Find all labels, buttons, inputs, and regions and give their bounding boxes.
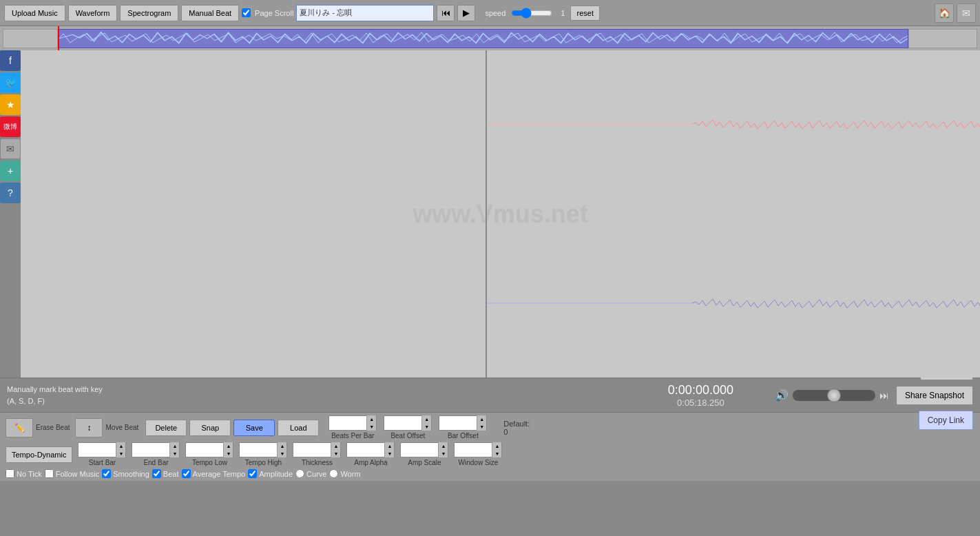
beat-checkbox[interactable] [152, 469, 161, 478]
amp-alpha-spin[interactable]: ▲ ▼ [346, 442, 395, 457]
window-size-spin[interactable]: ▲ ▼ [454, 442, 502, 457]
tempo-high-spin[interactable]: ▲ ▼ [239, 442, 287, 457]
end-bar-up[interactable]: ▲ [169, 442, 179, 450]
tempo-high-down[interactable]: ▼ [277, 450, 286, 457]
end-bar-input[interactable] [132, 443, 169, 457]
worm-radio[interactable] [329, 469, 338, 478]
song-title-input[interactable] [296, 5, 434, 21]
thickness-spin[interactable]: ▲ ▼ [293, 442, 341, 457]
wave-track-2 [486, 295, 980, 312]
erase-beat-icon-btn[interactable]: ✏️ [6, 418, 33, 437]
start-bar-input[interactable] [79, 443, 116, 457]
start-bar-down[interactable]: ▼ [116, 450, 125, 457]
play-button[interactable]: ▶ [457, 5, 475, 21]
tempo-dynamic-button[interactable]: Tempo-Dynamic [6, 446, 72, 463]
add-button[interactable]: + [0, 161, 21, 181]
follow-music-checkbox[interactable] [45, 469, 54, 478]
amp-scale-group: ▲ ▼ Amp Scale [400, 442, 448, 466]
bar-offset-up[interactable]: ▲ [477, 415, 486, 423]
end-bar-arrows: ▲ ▼ [169, 442, 179, 457]
bar-offset-spin[interactable]: ▲ ▼ [439, 415, 487, 431]
weibo-button[interactable]: 微博 [0, 116, 21, 137]
volume-section: 🔊 ⏭ [775, 389, 889, 402]
bar-offset-down[interactable]: ▼ [477, 423, 486, 431]
amp-scale-spin[interactable]: ▲ ▼ [400, 442, 448, 457]
window-size-input[interactable] [455, 443, 492, 457]
amp-scale-up[interactable]: ▲ [438, 442, 448, 450]
no-tick-group: No Tick [6, 469, 42, 478]
start-bar-up[interactable]: ▲ [116, 442, 125, 450]
beat-offset-up[interactable]: ▲ [421, 415, 431, 423]
end-bar-spin[interactable]: ▲ ▼ [132, 442, 180, 457]
spectrogram-button[interactable]: Spectrogram [120, 5, 178, 21]
speed-label: speed [485, 9, 505, 17]
overview-waveform[interactable] [58, 29, 908, 48]
thickness-input[interactable] [293, 443, 331, 457]
end-bar-down[interactable]: ▼ [169, 450, 179, 457]
waveform-button[interactable]: Waveform [68, 5, 118, 21]
load-button[interactable]: Load [278, 420, 319, 436]
beats-per-bar-spin[interactable]: ▲ ▼ [329, 415, 377, 431]
tempo-high-up[interactable]: ▲ [277, 442, 286, 450]
waveform-main[interactable]: www.Vmus.net [21, 50, 980, 378]
beats-per-bar-up[interactable]: ▲ [366, 415, 376, 423]
tempo-low-up[interactable]: ▲ [223, 442, 233, 450]
amp-alpha-up[interactable]: ▲ [384, 442, 394, 450]
tempo-high-input[interactable] [240, 443, 277, 457]
message-button[interactable]: ✉ [957, 3, 976, 23]
amp-scale-down[interactable]: ▼ [438, 450, 448, 457]
beats-per-bar-down[interactable]: ▼ [366, 423, 376, 431]
thickness-up[interactable]: ▲ [331, 442, 340, 450]
share-snapshot-button[interactable]: Share Snapshot [896, 386, 973, 405]
amplitude-checkbox[interactable] [248, 469, 257, 478]
start-bar-label: Start Bar [78, 459, 126, 466]
manual-beat-button[interactable]: Manual Beat [181, 5, 239, 21]
thickness-arrows: ▲ ▼ [331, 442, 340, 457]
volume-slider[interactable] [793, 390, 875, 401]
tempo-low-spin[interactable]: ▲ ▼ [185, 442, 233, 457]
playhead-marker [58, 26, 59, 50]
help-button[interactable]: ? [0, 183, 21, 203]
page-scroll-label: Page Scroll [255, 9, 293, 17]
beats-per-bar-input[interactable] [329, 416, 366, 430]
beat-offset-spin[interactable]: ▲ ▼ [384, 415, 432, 431]
window-size-up[interactable]: ▲ [492, 442, 501, 450]
rewind-button[interactable]: ⏮ [437, 5, 455, 21]
delete-button[interactable]: Delete [145, 420, 187, 436]
tempo-high-group: ▲ ▼ Tempo High [239, 442, 287, 466]
upload-music-button[interactable]: Upload Music [4, 5, 65, 21]
favorites-button[interactable]: ★ [0, 94, 21, 115]
copy-link-button[interactable]: Copy Link [919, 411, 973, 430]
start-bar-spin[interactable]: ▲ ▼ [78, 442, 126, 457]
svg-rect-0 [59, 30, 908, 48]
beat-offset-down[interactable]: ▼ [421, 423, 431, 431]
volume-knob[interactable] [827, 389, 841, 402]
facebook-button[interactable]: f [0, 50, 21, 71]
tempo-low-label: Tempo Low [185, 459, 233, 466]
smoothing-checkbox[interactable] [102, 469, 111, 478]
email-button[interactable]: ✉ [0, 138, 21, 159]
snap-button[interactable]: Snap [189, 420, 231, 436]
twitter-button[interactable]: 🐦 [0, 72, 21, 93]
speed-slider[interactable] [511, 8, 552, 19]
amp-alpha-down[interactable]: ▼ [384, 450, 394, 457]
move-beat-icon-btn[interactable]: ↕️ [75, 418, 103, 437]
amp-scale-input[interactable] [401, 443, 438, 457]
reset-button[interactable]: reset [570, 6, 599, 21]
bar-offset-input[interactable] [439, 416, 477, 430]
tempo-low-down[interactable]: ▼ [223, 450, 233, 457]
tempo-low-input[interactable] [186, 443, 223, 457]
beat-offset-input[interactable] [384, 416, 421, 430]
amp-alpha-input[interactable] [347, 443, 384, 457]
star-icon: ★ [6, 99, 15, 110]
window-size-down[interactable]: ▼ [492, 450, 501, 457]
save-button[interactable]: Save [233, 420, 275, 436]
average-tempo-checkbox[interactable] [182, 469, 191, 478]
no-tick-checkbox[interactable] [6, 469, 14, 478]
home-button[interactable]: 🏠 [935, 3, 954, 23]
page-scroll-checkbox[interactable] [242, 8, 251, 17]
no-tick-label: No Tick [17, 470, 42, 478]
thickness-down[interactable]: ▼ [331, 450, 340, 457]
curve-radio[interactable] [295, 469, 304, 478]
amp-alpha-group: ▲ ▼ Amp Alpha [346, 442, 395, 466]
